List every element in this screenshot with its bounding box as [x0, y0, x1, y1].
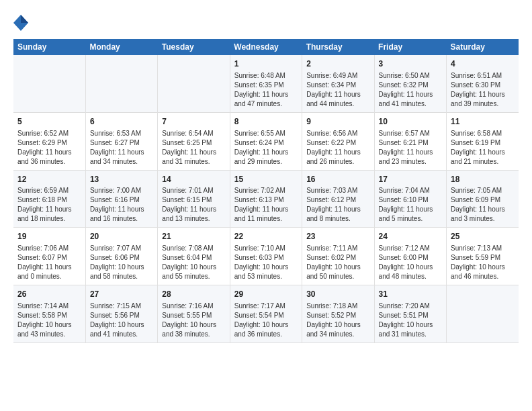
day-number: 8	[234, 116, 298, 128]
day-number: 18	[451, 174, 515, 185]
day-info-line: Sunset: 6:34 PM	[306, 81, 369, 90]
weekday-header-thursday: Thursday	[302, 39, 374, 55]
day-info-line: Sunset: 6:13 PM	[234, 195, 298, 205]
day-info-line: Sunrise: 6:50 AM	[379, 71, 442, 81]
day-info-line: Sunrise: 7:14 AM	[17, 302, 81, 311]
day-info-line: Sunrise: 7:05 AM	[451, 186, 515, 195]
day-info-line: Sunrise: 7:15 AM	[90, 302, 153, 311]
calendar-cell: 7Sunrise: 6:54 AMSunset: 6:25 PMDaylight…	[158, 112, 230, 170]
calendar-week-2: 5Sunrise: 6:52 AMSunset: 6:29 PMDaylight…	[13, 112, 519, 170]
calendar-cell: 11Sunrise: 6:58 AMSunset: 6:19 PMDayligh…	[447, 112, 519, 170]
day-info-line: Daylight: 11 hours	[306, 90, 369, 99]
day-info-line: Sunrise: 7:07 AM	[90, 244, 153, 253]
day-info-line: Daylight: 10 hours	[162, 263, 225, 272]
day-info-line: Sunrise: 6:54 AM	[162, 129, 225, 138]
day-info-line: and 8 minutes.	[306, 214, 369, 224]
day-info-line: Daylight: 11 hours	[306, 148, 369, 157]
day-number: 11	[451, 116, 515, 128]
day-number: 20	[90, 231, 153, 242]
day-info-line: Sunset: 6:04 PM	[162, 253, 225, 263]
day-number: 28	[162, 289, 225, 300]
calendar-body: 1Sunrise: 6:48 AMSunset: 6:35 PMDaylight…	[13, 55, 519, 342]
calendar-cell: 13Sunrise: 7:00 AMSunset: 6:16 PMDayligh…	[85, 170, 157, 228]
day-info-line: Daylight: 10 hours	[90, 263, 153, 272]
day-info-line: Sunset: 5:56 PM	[90, 311, 153, 320]
day-info-line: Sunset: 6:12 PM	[306, 195, 369, 205]
day-info-line: Sunrise: 7:11 AM	[306, 244, 369, 253]
day-info-line: Sunset: 6:02 PM	[306, 253, 369, 263]
day-info-line: Daylight: 11 hours	[234, 205, 298, 214]
weekday-header-row: SundayMondayTuesdayWednesdayThursdayFrid…	[13, 39, 519, 55]
day-info-line: Sunrise: 7:06 AM	[17, 244, 81, 253]
day-info-line: and 39 minutes.	[451, 99, 515, 109]
day-info-line: Sunset: 6:10 PM	[379, 195, 442, 205]
calendar-cell: 18Sunrise: 7:05 AMSunset: 6:09 PMDayligh…	[447, 170, 519, 228]
calendar-week-4: 19Sunrise: 7:06 AMSunset: 6:07 PMDayligh…	[13, 228, 519, 285]
calendar-cell	[85, 55, 157, 112]
day-info-line: and 38 minutes.	[162, 330, 225, 339]
calendar-cell: 19Sunrise: 7:06 AMSunset: 6:07 PMDayligh…	[13, 228, 85, 285]
day-info-line: Sunrise: 6:48 AM	[234, 71, 298, 81]
weekday-header-saturday: Saturday	[447, 39, 519, 55]
day-info-line: Sunset: 6:00 PM	[379, 253, 442, 263]
day-number: 10	[379, 116, 442, 128]
calendar-cell: 3Sunrise: 6:50 AMSunset: 6:32 PMDaylight…	[374, 55, 446, 112]
day-info-line: Sunset: 6:25 PM	[162, 138, 225, 148]
day-info-line: and 34 minutes.	[306, 330, 369, 339]
calendar-cell: 28Sunrise: 7:16 AMSunset: 5:55 PMDayligh…	[158, 285, 230, 343]
calendar-cell: 16Sunrise: 7:03 AMSunset: 6:12 PMDayligh…	[302, 170, 374, 228]
day-info-line: and 16 minutes.	[90, 214, 153, 224]
day-info-line: and 31 minutes.	[379, 330, 442, 339]
day-info-line: and 46 minutes.	[451, 272, 515, 281]
day-info-line: Sunrise: 6:55 AM	[234, 129, 298, 138]
day-number: 23	[306, 231, 369, 242]
day-info-line: Daylight: 11 hours	[17, 148, 81, 157]
day-info-line: Sunset: 5:59 PM	[451, 253, 515, 263]
calendar-cell: 15Sunrise: 7:02 AMSunset: 6:13 PMDayligh…	[230, 170, 302, 228]
calendar-cell: 8Sunrise: 6:55 AMSunset: 6:24 PMDaylight…	[230, 112, 302, 170]
day-info-line: Daylight: 11 hours	[451, 90, 515, 99]
day-info-line: Sunset: 5:52 PM	[306, 311, 369, 320]
day-info-line: Daylight: 10 hours	[17, 320, 81, 330]
day-info-line: Sunset: 6:21 PM	[379, 138, 442, 148]
day-info-line: Daylight: 11 hours	[234, 90, 298, 99]
calendar-cell: 9Sunrise: 6:56 AMSunset: 6:22 PMDaylight…	[302, 112, 374, 170]
day-info-line: Daylight: 10 hours	[451, 263, 515, 272]
day-number: 16	[306, 174, 369, 185]
day-info-line: Daylight: 11 hours	[451, 148, 515, 157]
day-info-line: Sunrise: 7:01 AM	[162, 186, 225, 195]
calendar-cell: 10Sunrise: 6:57 AMSunset: 6:21 PMDayligh…	[374, 112, 446, 170]
day-info-line: Daylight: 10 hours	[379, 320, 442, 330]
day-info-line: Daylight: 10 hours	[234, 263, 298, 272]
day-number: 17	[379, 174, 442, 185]
weekday-header-sunday: Sunday	[13, 39, 85, 55]
day-number: 19	[17, 231, 81, 242]
calendar-cell: 31Sunrise: 7:20 AMSunset: 5:51 PMDayligh…	[374, 285, 446, 343]
day-number: 4	[451, 58, 515, 70]
day-info-line: Sunset: 5:55 PM	[162, 311, 225, 320]
calendar-cell: 22Sunrise: 7:10 AMSunset: 6:03 PMDayligh…	[230, 228, 302, 285]
day-info-line: Sunset: 6:29 PM	[17, 138, 81, 148]
calendar-week-5: 26Sunrise: 7:14 AMSunset: 5:58 PMDayligh…	[13, 285, 519, 343]
calendar-week-1: 1Sunrise: 6:48 AMSunset: 6:35 PMDaylight…	[13, 55, 519, 112]
day-info-line: Sunrise: 7:18 AM	[306, 302, 369, 311]
calendar-cell: 24Sunrise: 7:12 AMSunset: 6:00 PMDayligh…	[374, 228, 446, 285]
day-info-line: Sunset: 6:32 PM	[379, 81, 442, 90]
day-info-line: Sunrise: 6:51 AM	[451, 71, 515, 81]
day-info-line: Daylight: 10 hours	[90, 320, 153, 330]
calendar-cell: 29Sunrise: 7:17 AMSunset: 5:54 PMDayligh…	[230, 285, 302, 343]
day-info-line: and 0 minutes.	[17, 272, 81, 281]
day-info-line: Sunset: 6:22 PM	[306, 138, 369, 148]
day-number: 14	[162, 174, 225, 185]
day-info-line: Sunset: 6:09 PM	[451, 195, 515, 205]
calendar-cell: 21Sunrise: 7:08 AMSunset: 6:04 PMDayligh…	[158, 228, 230, 285]
day-info-line: and 53 minutes.	[234, 272, 298, 281]
day-info-line: Sunset: 6:24 PM	[234, 138, 298, 148]
day-info-line: and 3 minutes.	[451, 214, 515, 224]
day-number: 6	[90, 116, 153, 128]
day-info-line: and 43 minutes.	[17, 330, 81, 339]
day-info-line: and 44 minutes.	[306, 99, 369, 109]
day-info-line: and 48 minutes.	[379, 272, 442, 281]
day-info-line: and 23 minutes.	[379, 157, 442, 167]
day-info-line: Daylight: 11 hours	[17, 205, 81, 214]
